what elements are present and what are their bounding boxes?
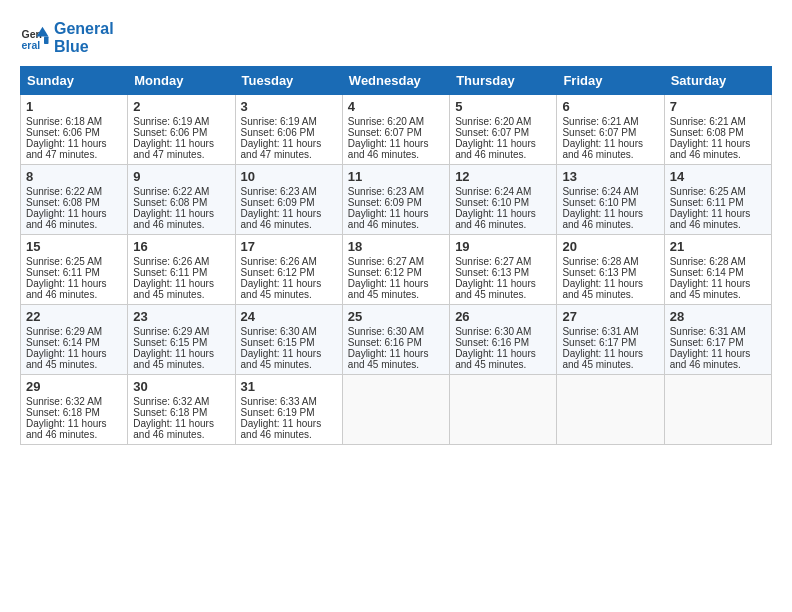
sunset-text: Sunset: 6:10 PM <box>455 197 529 208</box>
calendar-cell: 9Sunrise: 6:22 AMSunset: 6:08 PMDaylight… <box>128 165 235 235</box>
sunrise-text: Sunrise: 6:22 AM <box>133 186 209 197</box>
daylight-text: Daylight: 11 hours and 47 minutes. <box>241 138 322 160</box>
sunset-text: Sunset: 6:12 PM <box>241 267 315 278</box>
sunrise-text: Sunrise: 6:18 AM <box>26 116 102 127</box>
daylight-text: Daylight: 11 hours and 47 minutes. <box>26 138 107 160</box>
calendar-cell: 12Sunrise: 6:24 AMSunset: 6:10 PMDayligh… <box>450 165 557 235</box>
sunset-text: Sunset: 6:08 PM <box>26 197 100 208</box>
calendar-cell: 19Sunrise: 6:27 AMSunset: 6:13 PMDayligh… <box>450 235 557 305</box>
sunset-text: Sunset: 6:14 PM <box>26 337 100 348</box>
sunrise-text: Sunrise: 6:24 AM <box>562 186 638 197</box>
sunset-text: Sunset: 6:07 PM <box>562 127 636 138</box>
sunrise-text: Sunrise: 6:26 AM <box>241 256 317 267</box>
day-number: 28 <box>670 309 766 324</box>
day-number: 27 <box>562 309 658 324</box>
sunrise-text: Sunrise: 6:31 AM <box>670 326 746 337</box>
sunrise-text: Sunrise: 6:20 AM <box>348 116 424 127</box>
col-saturday: Saturday <box>664 67 771 95</box>
sunrise-text: Sunrise: 6:28 AM <box>562 256 638 267</box>
sunrise-text: Sunrise: 6:33 AM <box>241 396 317 407</box>
sunset-text: Sunset: 6:15 PM <box>241 337 315 348</box>
sunset-text: Sunset: 6:09 PM <box>348 197 422 208</box>
day-number: 11 <box>348 169 444 184</box>
sunset-text: Sunset: 6:10 PM <box>562 197 636 208</box>
day-number: 7 <box>670 99 766 114</box>
sunrise-text: Sunrise: 6:21 AM <box>670 116 746 127</box>
daylight-text: Daylight: 11 hours and 45 minutes. <box>241 348 322 370</box>
day-number: 25 <box>348 309 444 324</box>
calendar-cell <box>342 375 449 445</box>
sunset-text: Sunset: 6:09 PM <box>241 197 315 208</box>
calendar-week-row: 15Sunrise: 6:25 AMSunset: 6:11 PMDayligh… <box>21 235 772 305</box>
sunrise-text: Sunrise: 6:26 AM <box>133 256 209 267</box>
calendar-table: Sunday Monday Tuesday Wednesday Thursday… <box>20 66 772 445</box>
calendar-week-row: 8Sunrise: 6:22 AMSunset: 6:08 PMDaylight… <box>21 165 772 235</box>
logo: Gen eral General Blue <box>20 20 114 56</box>
daylight-text: Daylight: 11 hours and 46 minutes. <box>348 138 429 160</box>
sunset-text: Sunset: 6:19 PM <box>241 407 315 418</box>
sunset-text: Sunset: 6:16 PM <box>455 337 529 348</box>
calendar-cell: 10Sunrise: 6:23 AMSunset: 6:09 PMDayligh… <box>235 165 342 235</box>
svg-rect-3 <box>44 37 49 45</box>
sunrise-text: Sunrise: 6:28 AM <box>670 256 746 267</box>
col-friday: Friday <box>557 67 664 95</box>
sunset-text: Sunset: 6:08 PM <box>670 127 744 138</box>
sunset-text: Sunset: 6:15 PM <box>133 337 207 348</box>
logo-icon: Gen eral <box>20 23 50 53</box>
daylight-text: Daylight: 11 hours and 46 minutes. <box>241 418 322 440</box>
day-number: 1 <box>26 99 122 114</box>
calendar-cell: 3Sunrise: 6:19 AMSunset: 6:06 PMDaylight… <box>235 95 342 165</box>
daylight-text: Daylight: 11 hours and 45 minutes. <box>133 278 214 300</box>
daylight-text: Daylight: 11 hours and 46 minutes. <box>562 138 643 160</box>
sunrise-text: Sunrise: 6:22 AM <box>26 186 102 197</box>
daylight-text: Daylight: 11 hours and 47 minutes. <box>133 138 214 160</box>
calendar-week-row: 29Sunrise: 6:32 AMSunset: 6:18 PMDayligh… <box>21 375 772 445</box>
sunrise-text: Sunrise: 6:23 AM <box>348 186 424 197</box>
day-number: 19 <box>455 239 551 254</box>
daylight-text: Daylight: 11 hours and 45 minutes. <box>26 348 107 370</box>
sunrise-text: Sunrise: 6:29 AM <box>133 326 209 337</box>
calendar-cell: 14Sunrise: 6:25 AMSunset: 6:11 PMDayligh… <box>664 165 771 235</box>
daylight-text: Daylight: 11 hours and 45 minutes. <box>562 278 643 300</box>
day-number: 13 <box>562 169 658 184</box>
sunrise-text: Sunrise: 6:23 AM <box>241 186 317 197</box>
sunrise-text: Sunrise: 6:19 AM <box>133 116 209 127</box>
day-number: 18 <box>348 239 444 254</box>
day-number: 16 <box>133 239 229 254</box>
calendar-cell: 7Sunrise: 6:21 AMSunset: 6:08 PMDaylight… <box>664 95 771 165</box>
col-wednesday: Wednesday <box>342 67 449 95</box>
sunset-text: Sunset: 6:11 PM <box>133 267 207 278</box>
col-thursday: Thursday <box>450 67 557 95</box>
day-number: 15 <box>26 239 122 254</box>
day-number: 31 <box>241 379 337 394</box>
calendar-cell: 28Sunrise: 6:31 AMSunset: 6:17 PMDayligh… <box>664 305 771 375</box>
daylight-text: Daylight: 11 hours and 45 minutes. <box>562 348 643 370</box>
sunrise-text: Sunrise: 6:25 AM <box>670 186 746 197</box>
day-number: 3 <box>241 99 337 114</box>
daylight-text: Daylight: 11 hours and 46 minutes. <box>26 278 107 300</box>
calendar-cell: 22Sunrise: 6:29 AMSunset: 6:14 PMDayligh… <box>21 305 128 375</box>
calendar-cell: 17Sunrise: 6:26 AMSunset: 6:12 PMDayligh… <box>235 235 342 305</box>
calendar-header-row: Sunday Monday Tuesday Wednesday Thursday… <box>21 67 772 95</box>
daylight-text: Daylight: 11 hours and 45 minutes. <box>348 348 429 370</box>
calendar-cell: 29Sunrise: 6:32 AMSunset: 6:18 PMDayligh… <box>21 375 128 445</box>
calendar-cell <box>557 375 664 445</box>
day-number: 24 <box>241 309 337 324</box>
daylight-text: Daylight: 11 hours and 46 minutes. <box>670 208 751 230</box>
sunrise-text: Sunrise: 6:30 AM <box>455 326 531 337</box>
sunrise-text: Sunrise: 6:19 AM <box>241 116 317 127</box>
col-monday: Monday <box>128 67 235 95</box>
day-number: 20 <box>562 239 658 254</box>
day-number: 21 <box>670 239 766 254</box>
calendar-cell: 18Sunrise: 6:27 AMSunset: 6:12 PMDayligh… <box>342 235 449 305</box>
calendar-cell: 24Sunrise: 6:30 AMSunset: 6:15 PMDayligh… <box>235 305 342 375</box>
daylight-text: Daylight: 11 hours and 45 minutes. <box>133 348 214 370</box>
calendar-cell: 20Sunrise: 6:28 AMSunset: 6:13 PMDayligh… <box>557 235 664 305</box>
calendar-cell: 25Sunrise: 6:30 AMSunset: 6:16 PMDayligh… <box>342 305 449 375</box>
day-number: 9 <box>133 169 229 184</box>
sunrise-text: Sunrise: 6:21 AM <box>562 116 638 127</box>
day-number: 8 <box>26 169 122 184</box>
daylight-text: Daylight: 11 hours and 45 minutes. <box>241 278 322 300</box>
calendar-cell: 30Sunrise: 6:32 AMSunset: 6:18 PMDayligh… <box>128 375 235 445</box>
sunset-text: Sunset: 6:18 PM <box>26 407 100 418</box>
